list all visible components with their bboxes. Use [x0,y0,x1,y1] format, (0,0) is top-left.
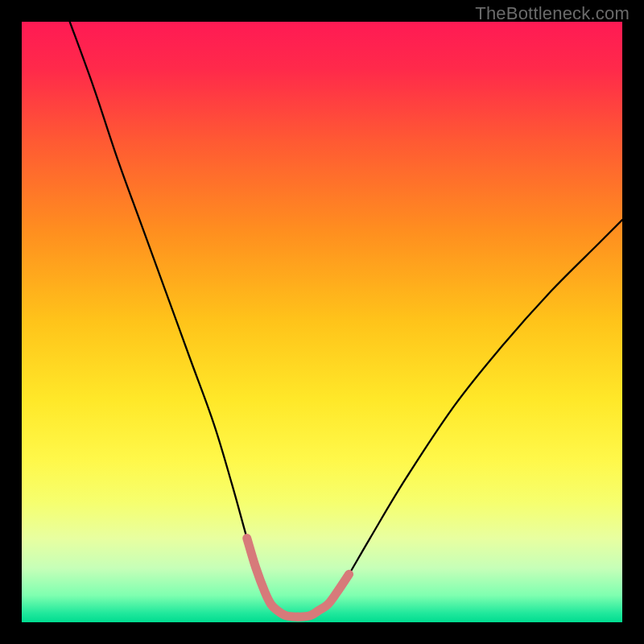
gradient-background [22,22,622,622]
watermark-label: TheBottleneck.com [475,3,630,24]
chart-frame: TheBottleneck.com [0,0,644,644]
plot-area [22,22,622,622]
chart-svg [22,22,622,622]
